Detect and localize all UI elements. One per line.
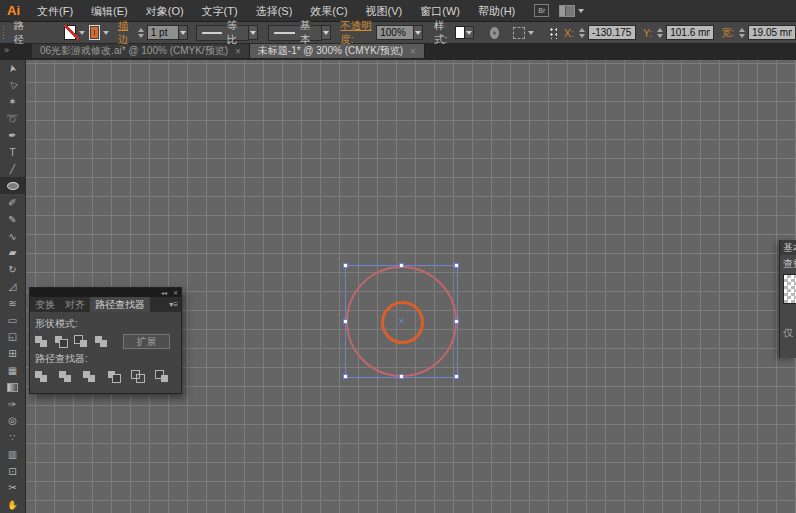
width-profile-arrow[interactable] xyxy=(249,25,258,40)
tool-slice[interactable]: ✂ xyxy=(0,480,25,497)
menu-item-view[interactable]: 视图(V) xyxy=(357,5,412,17)
tool-eyedropper[interactable]: ✑ xyxy=(0,396,25,413)
selection-handle[interactable] xyxy=(343,319,348,324)
tool-symbol-sprayer[interactable]: ∵ xyxy=(0,429,25,446)
workspace-switcher-button[interactable] xyxy=(559,5,584,17)
fill-color-swatch[interactable] xyxy=(64,25,75,40)
stepper-down-icon[interactable] xyxy=(739,34,745,38)
stroke-weight-stepper[interactable] xyxy=(138,28,144,38)
document-tab-2[interactable]: 未标题-1* @ 300% (CMYK/预览)× xyxy=(250,44,425,58)
menu-item-edit[interactable]: 编辑(E) xyxy=(82,5,137,17)
menu-item-help[interactable]: 帮助(H) xyxy=(469,5,524,17)
y-stepper[interactable] xyxy=(657,28,663,38)
stroke-weight-dropdown[interactable] xyxy=(179,25,188,40)
tool-hand[interactable]: ✋ xyxy=(0,496,25,513)
menu-item-select[interactable]: 选择(S) xyxy=(247,5,302,17)
launch-bridge-button[interactable]: Br xyxy=(534,4,549,17)
document-tab-1[interactable]: 06光影游戏修改.ai* @ 100% (CMYK/预览)× xyxy=(32,44,250,58)
selection-handle[interactable] xyxy=(454,374,459,379)
opacity-panel-link[interactable]: 不透明度: xyxy=(340,19,372,47)
stepper-down-icon[interactable] xyxy=(657,34,663,38)
pathfinder-merge-button[interactable] xyxy=(83,369,103,384)
tool-column-graph[interactable]: ▥ xyxy=(0,446,25,463)
stroke-dropdown-icon[interactable] xyxy=(103,31,109,35)
x-input[interactable] xyxy=(588,25,636,40)
align-dropdown[interactable] xyxy=(513,27,534,39)
tool-type[interactable]: T xyxy=(0,144,25,161)
width-input[interactable] xyxy=(748,25,796,40)
pathfinder-crop-button[interactable] xyxy=(108,369,128,384)
tool-rotate[interactable]: ↻ xyxy=(0,261,25,278)
toolbar-collapse-chevrons[interactable]: » xyxy=(0,44,32,60)
opacity-input[interactable] xyxy=(376,25,414,40)
tab-transform[interactable]: 变换 xyxy=(30,297,60,312)
tool-artboard[interactable]: ⊡ xyxy=(0,463,25,480)
selection-handle[interactable] xyxy=(343,374,348,379)
tool-eraser[interactable]: ▰ xyxy=(0,245,25,262)
tool-lasso[interactable]: ➰ xyxy=(0,110,25,127)
tool-selection[interactable]: ➤ xyxy=(0,60,25,77)
tool-width[interactable]: ≋ xyxy=(0,295,25,312)
tool-ellipse[interactable] xyxy=(0,177,25,194)
graphic-style-dropdown[interactable] xyxy=(465,26,474,39)
menu-item-object[interactable]: 对象(O) xyxy=(137,5,193,17)
menu-item-file[interactable]: 文件(F) xyxy=(28,5,82,17)
selection-handle[interactable] xyxy=(399,263,404,268)
tool-perspective-grid[interactable]: ⊞ xyxy=(0,345,25,362)
shape-mode-exclude-button[interactable] xyxy=(95,334,115,349)
expand-button[interactable]: 扩展 xyxy=(123,334,170,349)
reference-point-locator[interactable] xyxy=(548,26,557,39)
y-input[interactable] xyxy=(666,25,714,40)
tool-gradient[interactable] xyxy=(0,379,25,396)
width-stepper[interactable] xyxy=(739,28,745,38)
tool-paintbrush[interactable]: ✐ xyxy=(0,194,25,211)
pathfinder-trim-button[interactable] xyxy=(59,369,79,384)
stepper-up-icon[interactable] xyxy=(579,28,585,32)
pathfinder-outline-button[interactable] xyxy=(132,369,152,384)
brush-definition-dropdown[interactable]: 基本 xyxy=(268,25,323,41)
shape-mode-unite-button[interactable] xyxy=(35,334,55,349)
tab-close-icon[interactable]: × xyxy=(410,46,416,57)
transparency-swatch[interactable] xyxy=(783,274,796,304)
menu-item-window[interactable]: 窗口(W) xyxy=(411,5,469,17)
tool-pencil[interactable]: ✎ xyxy=(0,211,25,228)
tool-mesh[interactable]: ▦ xyxy=(0,362,25,379)
tool-shape-builder[interactable]: ◱ xyxy=(0,329,25,346)
stepper-down-icon[interactable] xyxy=(138,34,144,38)
stepper-up-icon[interactable] xyxy=(657,28,663,32)
selection-handle[interactable] xyxy=(454,319,459,324)
fill-dropdown-icon[interactable] xyxy=(79,31,85,35)
shape-mode-minus-front-button[interactable] xyxy=(55,334,75,349)
stroke-weight-input[interactable] xyxy=(147,25,179,40)
recolor-artwork-icon[interactable] xyxy=(490,27,499,39)
shape-mode-intersect-button[interactable] xyxy=(75,334,95,349)
tab-align[interactable]: 对齐 xyxy=(60,297,90,312)
panel-collapse-icon[interactable]: ◂◂ xyxy=(161,290,167,296)
selection-handle[interactable] xyxy=(399,374,404,379)
tool-scale[interactable]: ◿ xyxy=(0,278,25,295)
menu-item-effect[interactable]: 效果(C) xyxy=(301,5,356,17)
pathfinder-divide-button[interactable] xyxy=(35,369,55,384)
selection-handle[interactable] xyxy=(454,263,459,268)
tab-close-icon[interactable]: × xyxy=(235,46,241,57)
stepper-up-icon[interactable] xyxy=(739,28,745,32)
x-stepper[interactable] xyxy=(579,28,585,38)
selection-handle[interactable] xyxy=(343,263,348,268)
tool-line-segment[interactable]: ╱ xyxy=(0,161,25,178)
panel-grip-handle[interactable] xyxy=(3,26,4,40)
stroke-panel-link[interactable]: 描边 xyxy=(118,19,133,47)
tool-shaper[interactable]: ∿ xyxy=(0,228,25,245)
stepper-down-icon[interactable] xyxy=(579,34,585,38)
stepper-up-icon[interactable] xyxy=(138,28,144,32)
brush-definition-arrow[interactable] xyxy=(322,25,331,40)
menu-item-type[interactable]: 文字(T) xyxy=(193,5,247,17)
tool-pen[interactable]: ✒ xyxy=(0,127,25,144)
graphic-style-swatch[interactable] xyxy=(455,26,465,39)
tool-magic-wand[interactable]: ✶ xyxy=(0,94,25,111)
panel-menu-icon[interactable]: ▾≡ xyxy=(169,297,181,312)
panel-close-icon[interactable]: ✕ xyxy=(173,290,178,296)
stroke-color-swatch[interactable] xyxy=(89,25,100,40)
tool-blend[interactable]: ◎ xyxy=(0,412,25,429)
right-panel-title[interactable]: 基本 xyxy=(780,240,796,255)
pathfinder-minus-back-button[interactable] xyxy=(156,369,176,384)
